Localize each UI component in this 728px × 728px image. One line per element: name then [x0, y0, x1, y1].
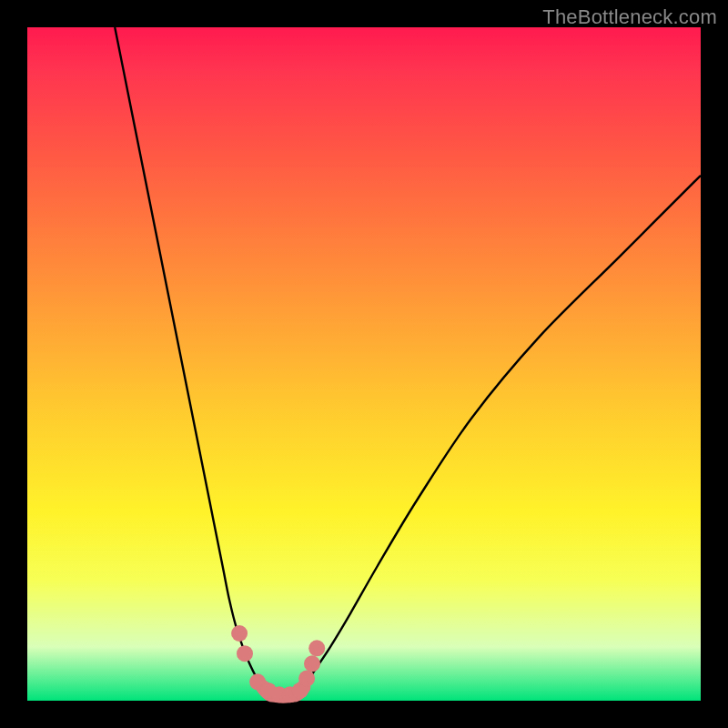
- chart-frame: TheBottleneck.com: [0, 0, 728, 728]
- marker-group: [231, 625, 325, 703]
- marker-dot: [298, 671, 315, 687]
- marker-dot: [304, 655, 320, 672]
- curve-left-path: [115, 27, 269, 694]
- marker-dot: [237, 645, 253, 662]
- watermark-text: TheBottleneck.com: [542, 5, 717, 29]
- curve-layer: [27, 27, 701, 701]
- marker-dot: [231, 625, 248, 642]
- plot-area: [27, 27, 701, 701]
- curve-right-path: [297, 176, 701, 694]
- marker-dot: [308, 640, 325, 656]
